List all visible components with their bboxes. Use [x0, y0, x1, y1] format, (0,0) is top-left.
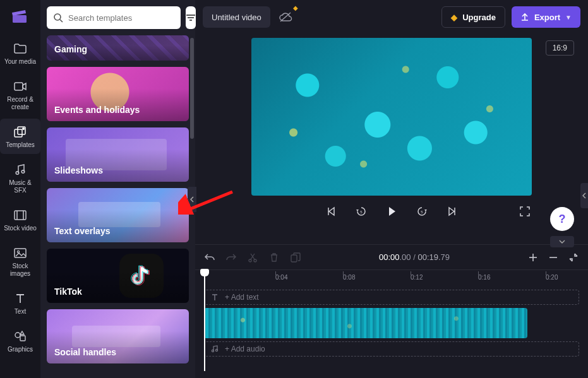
template-list[interactable]: Gaming Events and holidays Slideshows Te…: [40, 35, 195, 378]
svg-point-28: [212, 350, 213, 351]
aspect-label: 16:9: [553, 44, 567, 52]
sync-off-button[interactable]: ◆: [277, 8, 294, 26]
timecode-current-sub: .00: [400, 252, 411, 262]
svg-rect-0: [13, 15, 27, 23]
zoom-in-button[interactable]: [527, 252, 539, 263]
nav-music-sfx[interactable]: Music & SFX: [0, 157, 40, 199]
template-label: Social handles: [54, 347, 116, 357]
delete-button[interactable]: [268, 252, 280, 263]
nav-templates[interactable]: Templates: [0, 119, 40, 154]
timeline-ruler[interactable]: 0:04 0:08 0:12 0:16 0:20: [204, 270, 579, 286]
timeline-toolbar: 00:00.00 / 00:19.79: [195, 244, 588, 269]
svg-point-22: [249, 259, 251, 262]
fullscreen-button[interactable]: [518, 204, 532, 218]
svg-point-4: [22, 127, 25, 130]
video-clip[interactable]: [204, 308, 527, 338]
top-bar: Untitled video ◆ ◆ Upgrade Export ▼: [195, 0, 588, 34]
chevron-left-icon: [190, 196, 194, 203]
project-title[interactable]: Untitled video: [203, 6, 270, 28]
upload-icon: [520, 13, 529, 21]
template-events-holidays[interactable]: Events and holidays: [47, 67, 189, 121]
app-logo[interactable]: [8, 5, 33, 28]
panel-scrollbar[interactable]: [190, 38, 194, 139]
svg-point-23: [254, 259, 256, 262]
text-track[interactable]: + Add text: [204, 290, 579, 305]
templates-panel: Gaming Events and holidays Slideshows Te…: [40, 0, 195, 378]
svg-rect-24: [291, 255, 297, 262]
play-button[interactable]: [385, 204, 399, 218]
redo-button[interactable]: [225, 252, 237, 263]
clipchamp-icon: [11, 9, 29, 24]
template-social-handles[interactable]: Social handles: [47, 309, 189, 363]
svg-point-12: [15, 333, 20, 338]
duplicate-button[interactable]: [290, 252, 301, 263]
search-input[interactable]: [68, 13, 174, 23]
nav-stock-images[interactable]: Stock images: [0, 240, 40, 283]
music-icon: [211, 345, 219, 353]
svg-point-6: [21, 170, 25, 174]
playhead[interactable]: [204, 270, 205, 371]
ruler-tick: 0:20: [546, 274, 558, 281]
ruler-tick: 0:04: [275, 274, 287, 281]
template-label: TikTok: [54, 286, 82, 297]
svg-text:5: 5: [421, 210, 423, 214]
fit-button[interactable]: [568, 252, 579, 263]
template-slideshows[interactable]: Slideshows: [47, 127, 189, 182]
chevron-down-icon: [559, 240, 565, 244]
export-label: Export: [534, 13, 560, 22]
text-icon: [211, 293, 219, 301]
upgrade-button[interactable]: ◆ Upgrade: [441, 6, 505, 28]
nav-stock-video[interactable]: Stock video: [0, 202, 40, 237]
chevron-left-icon: [582, 192, 586, 199]
svg-rect-1: [15, 83, 23, 90]
export-button[interactable]: Export ▼: [512, 6, 580, 28]
svg-point-14: [54, 14, 61, 20]
ruler-tick: 0:16: [478, 274, 490, 281]
expand-properties-button[interactable]: [550, 236, 574, 247]
timecode-total-sub: .79: [438, 252, 450, 262]
help-button[interactable]: ?: [550, 207, 574, 231]
nav-rail: Your media Record & create Templates Mus…: [0, 0, 40, 378]
diamond-icon: ◆: [451, 13, 457, 22]
nav-label: Stock video: [4, 225, 37, 232]
forward-button[interactable]: 5: [415, 204, 429, 218]
svg-line-15: [60, 20, 63, 22]
nav-text[interactable]: Text: [0, 285, 40, 321]
split-button[interactable]: [247, 252, 258, 263]
nav-label: Text: [15, 308, 26, 316]
skip-end-button[interactable]: [445, 204, 459, 218]
image-icon: [13, 246, 27, 260]
timecode-total: 00:19: [417, 252, 438, 262]
svg-point-29: [215, 349, 217, 351]
undo-button[interactable]: [204, 252, 215, 263]
ruler-tick: 0:08: [343, 274, 355, 281]
template-tiktok[interactable]: TikTok: [47, 249, 189, 303]
audio-track[interactable]: + Add audio: [204, 341, 579, 357]
nav-graphics[interactable]: Graphics: [0, 323, 40, 358]
svg-rect-7: [15, 211, 26, 220]
rewind-button[interactable]: 5: [354, 204, 368, 218]
svg-point-5: [16, 172, 19, 175]
main-area: Untitled video ◆ ◆ Upgrade Export ▼ 16:9…: [195, 0, 588, 378]
timecode-display: 00:00.00 / 00:19.79: [379, 252, 450, 262]
project-title-text: Untitled video: [212, 13, 261, 22]
nav-label: Stock images: [3, 263, 38, 278]
zoom-out-button[interactable]: [548, 252, 559, 263]
player-controls: 5 5: [251, 204, 532, 218]
folder-icon: [13, 42, 27, 56]
template-gaming[interactable]: Gaming: [47, 35, 189, 61]
right-panel-handle[interactable]: [580, 183, 588, 208]
nav-record-create[interactable]: Record & create: [0, 73, 40, 116]
filter-button[interactable]: [186, 6, 196, 29]
preview-stage: 16:9 5 5 ?: [195, 34, 588, 244]
video-track[interactable]: [204, 308, 579, 338]
skip-start-button[interactable]: [324, 204, 338, 218]
template-text-overlays[interactable]: Text overlays: [47, 188, 189, 242]
video-preview[interactable]: [251, 38, 532, 196]
premium-badge-icon: ◆: [293, 4, 298, 11]
aspect-ratio-button[interactable]: 16:9: [546, 40, 574, 56]
search-input-wrapper[interactable]: [47, 6, 181, 29]
graphics-icon: [13, 329, 27, 343]
nav-your-media[interactable]: Your media: [0, 35, 40, 71]
timeline[interactable]: 0:04 0:08 0:12 0:16 0:20 + Add text + Ad…: [195, 269, 588, 378]
